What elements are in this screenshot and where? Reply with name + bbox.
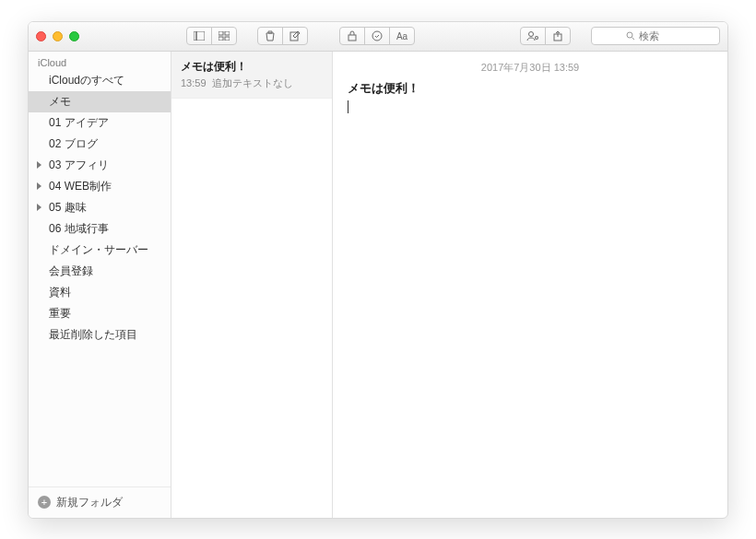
minimize-icon[interactable] [53,31,63,41]
new-folder-button[interactable]: + 新規フォルダ [29,486,171,518]
sidebar-item-label: 01 アイデア [49,116,109,129]
compose-button[interactable] [282,27,308,45]
note-editor[interactable]: 2017年7月30日 13:59 メモは便利！ [333,52,727,518]
sidebar-item-label: iCloudのすべて [49,74,124,87]
sidebar-item-memo[interactable]: メモ [29,91,171,112]
note-datestamp: 2017年7月30日 13:59 [348,61,713,75]
svg-rect-5 [225,37,230,41]
svg-rect-4 [219,37,223,41]
sidebar-item-materials[interactable]: 資料 [29,282,171,303]
share-button[interactable] [545,27,571,45]
plus-icon: + [38,496,51,509]
sidebar-item-label: 会員登録 [49,264,93,277]
note-list: メモは便利！ 13:59 追加テキストなし [171,52,333,518]
sidebar-item-blog[interactable]: 02 ブログ [29,134,171,155]
sidebar-item-domain-server[interactable]: ドメイン・サーバー [29,240,171,261]
collaborate-button[interactable] [520,27,546,45]
note-list-item-snippet: 追加テキストなし [212,77,293,88]
content-area: iCloud iCloudのすべて メモ 01 アイデア 02 ブログ 03 ア… [29,52,727,518]
sidebar-item-label: 資料 [49,286,71,299]
sidebar-item-label: ドメイン・サーバー [49,243,148,256]
share-buttons [520,27,571,45]
grid-view-button[interactable] [211,27,237,45]
new-folder-label: 新規フォルダ [56,495,123,510]
sidebar-item-important[interactable]: 重要 [29,303,171,324]
close-icon[interactable] [36,31,46,41]
svg-rect-7 [348,35,356,41]
svg-point-9 [529,32,534,37]
sidebar: iCloud iCloudのすべて メモ 01 アイデア 02 ブログ 03 ア… [29,52,171,518]
search-field[interactable] [591,27,720,45]
note-list-item-meta: 13:59 追加テキストなし [181,76,323,90]
svg-rect-1 [196,31,205,41]
disclosure-triangle-icon[interactable] [37,204,41,211]
sidebar-item-label: 03 アフィリ [49,158,109,171]
note-list-item-title: メモは便利！ [181,59,323,75]
sidebar-item-recently-deleted[interactable]: 最近削除した項目 [29,324,171,346]
sidebar-item-label: 05 趣味 [49,201,87,214]
text-cursor [348,100,348,113]
sidebar-item-label: 06 地域行事 [49,222,109,235]
note-action-buttons [257,27,308,45]
svg-point-12 [627,32,632,38]
note-list-item-time: 13:59 [181,77,207,88]
search-icon [626,31,635,41]
delete-button[interactable] [257,27,283,45]
sidebar-item-label: 04 WEB制作 [49,180,112,193]
disclosure-triangle-icon[interactable] [37,182,41,190]
note-title[interactable]: メモは便利！ [348,80,713,97]
sidebar-item-idea[interactable]: 01 アイデア [29,112,171,134]
sidebar-item-icloud-all[interactable]: iCloudのすべて [29,70,171,91]
svg-rect-3 [225,31,230,35]
lock-button[interactable] [339,27,365,45]
sidebar-item-web[interactable]: 04 WEB制作 [29,176,171,197]
app-window: Aa iCloud iCloudのすべて メモ 01 アイデア 02 ブログ 0… [28,21,728,519]
view-buttons [186,27,237,45]
sidebar-item-label: 重要 [49,307,71,320]
formatting-buttons: Aa [339,27,415,45]
list-view-button[interactable] [186,27,212,45]
sidebar-item-label: 02 ブログ [49,137,98,150]
note-list-item[interactable]: メモは便利！ 13:59 追加テキストなし [171,52,332,99]
sidebar-section-header: iCloud [29,52,171,70]
window-controls [36,31,79,41]
sidebar-item-label: メモ [49,95,71,108]
sidebar-item-hobby[interactable]: 05 趣味 [29,197,171,218]
search-input[interactable] [639,30,685,41]
text-style-button[interactable]: Aa [389,27,415,45]
fullscreen-icon[interactable] [69,31,79,41]
svg-rect-2 [219,31,223,35]
svg-point-8 [372,31,382,41]
sidebar-item-label: 最近削除した項目 [49,328,137,341]
sidebar-item-affiliate[interactable]: 03 アフィリ [29,155,171,176]
disclosure-triangle-icon[interactable] [37,161,41,169]
titlebar: Aa [29,22,727,52]
sidebar-item-member-reg[interactable]: 会員登録 [29,261,171,282]
sidebar-item-local-events[interactable]: 06 地域行事 [29,218,171,240]
checklist-button[interactable] [364,27,390,45]
